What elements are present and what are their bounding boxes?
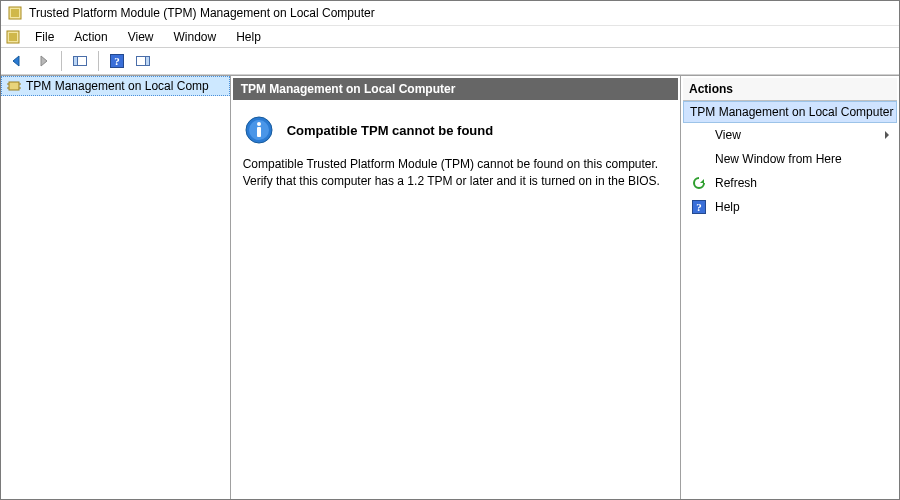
details-header: TPM Management on Local Computer [233,78,678,100]
action-view-label: View [715,128,741,142]
chevron-right-icon [883,131,891,139]
title-bar: Trusted Platform Module (TPM) Management… [1,1,899,25]
actions-group-title: TPM Management on Local Computer [683,101,897,123]
action-new-window-label: New Window from Here [715,152,842,166]
mmc-icon [5,29,21,45]
tree-root-label: TPM Management on Local Comp [26,79,209,93]
action-new-window[interactable]: New Window from Here [683,147,897,171]
arrow-left-icon [9,53,25,69]
message-header-row: Compatible TPM cannot be found [243,114,668,146]
blank-icon [691,127,707,143]
blank-icon [691,151,707,167]
app-icon [7,5,23,21]
tpm-chip-icon [6,78,22,94]
main-area: TPM Management on Local Comp TPM Managem… [1,75,899,499]
action-view[interactable]: View [683,123,897,147]
message-body: Compatible Trusted Platform Module (TPM)… [243,156,668,190]
details-body: Compatible TPM cannot be found Compatibl… [233,100,678,497]
menu-help[interactable]: Help [226,28,271,46]
menu-bar: File Action View Window Help [1,25,899,47]
menu-view[interactable]: View [118,28,164,46]
svg-rect-3 [9,33,17,41]
help-icon: ? [109,53,125,69]
svg-rect-10 [9,82,19,90]
toolbar-separator [98,51,99,71]
forward-button[interactable] [31,50,55,72]
toolbar: ? [1,47,899,75]
refresh-icon [691,175,707,191]
panes-right-icon [135,53,151,69]
tree-root-item[interactable]: TPM Management on Local Comp [1,76,230,96]
toolbar-separator [61,51,62,71]
svg-rect-1 [11,9,19,17]
action-help-label: Help [715,200,740,214]
svg-rect-9 [146,57,150,66]
actions-header: Actions [683,78,897,101]
help-button[interactable]: ? [105,50,129,72]
svg-rect-5 [74,57,78,66]
menu-file[interactable]: File [25,28,64,46]
show-hide-tree-button[interactable] [68,50,92,72]
window-title: Trusted Platform Module (TPM) Management… [29,6,375,20]
menu-window[interactable]: Window [164,28,227,46]
info-icon [243,114,275,146]
message-title: Compatible TPM cannot be found [287,123,494,138]
action-refresh-label: Refresh [715,176,757,190]
menu-action[interactable]: Action [64,28,117,46]
svg-rect-18 [257,127,261,137]
details-pane: TPM Management on Local Computer Compati… [231,76,681,499]
svg-text:?: ? [114,55,120,67]
actions-pane: Actions TPM Management on Local Computer… [681,76,899,499]
show-hide-action-button[interactable] [131,50,155,72]
help-icon: ? [691,199,707,215]
action-help[interactable]: ? Help [683,195,897,219]
svg-point-17 [257,122,261,126]
action-refresh[interactable]: Refresh [683,171,897,195]
back-button[interactable] [5,50,29,72]
svg-text:?: ? [696,201,702,213]
panes-icon [72,53,88,69]
console-tree-pane: TPM Management on Local Comp [1,76,231,499]
arrow-right-icon [35,53,51,69]
